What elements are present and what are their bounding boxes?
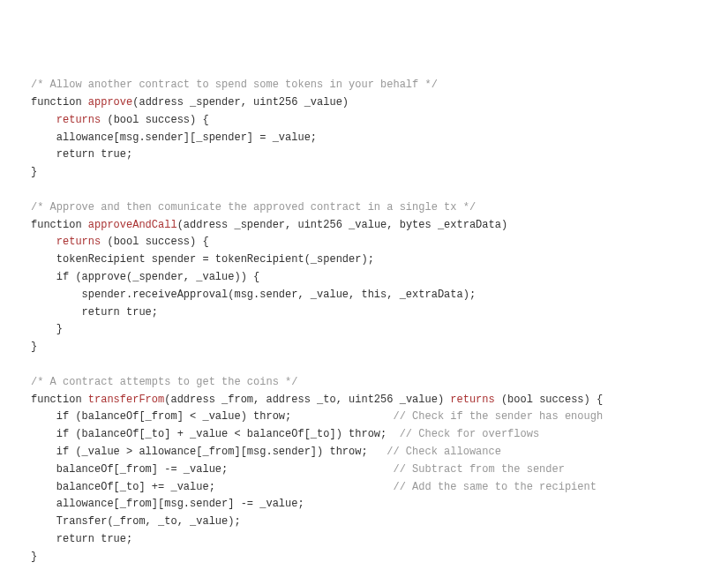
code-line: function transferFrom(address _from, add… bbox=[31, 394, 603, 406]
code-line: allowance[_from][msg.sender] -= _value; bbox=[31, 498, 304, 510]
returns-keyword: returns bbox=[56, 236, 101, 248]
returns-keyword: returns bbox=[56, 114, 101, 126]
function-name: transferFrom bbox=[88, 394, 164, 406]
code-line: function approveAndCall(address _spender… bbox=[31, 219, 507, 231]
code-line: if (approve(_spender, _value)) { bbox=[31, 271, 259, 283]
inline-comment: // Check if the sender has enough bbox=[393, 410, 603, 423]
inline-comment: // Subtract from the sender bbox=[393, 463, 564, 476]
function-name: approveAndCall bbox=[88, 219, 177, 231]
code-line: if (balanceOf[_to] + _value < balanceOf[… bbox=[31, 428, 539, 440]
code-comment: /* Allow another contract to spend some … bbox=[31, 79, 438, 91]
code-comment: /* Approve and then comunicate the appro… bbox=[31, 201, 476, 214]
code-line: Transfer(_from, _to, _value); bbox=[31, 515, 241, 528]
code-line: balanceOf[_from] -= _value; // Subtract … bbox=[31, 463, 565, 476]
inline-comment: // Check for overflows bbox=[400, 428, 539, 440]
code-line: if (balanceOf[_from] < _value) throw; //… bbox=[31, 410, 603, 423]
code-block: /* Allow another contract to spend some … bbox=[31, 77, 728, 585]
code-line: function approve(address _spender, uint2… bbox=[31, 96, 349, 109]
code-line: balanceOf[_to] += _value; // Add the sam… bbox=[31, 481, 597, 493]
code-line: } bbox=[31, 323, 63, 335]
returns-keyword: returns bbox=[450, 394, 494, 406]
code-line: if (_value > allowance[_from][msg.sender… bbox=[31, 446, 501, 458]
function-name: approve bbox=[88, 96, 132, 109]
code-line: spender.receiveApproval(msg.sender, _val… bbox=[31, 289, 476, 301]
inline-comment: // Check allowance bbox=[387, 446, 501, 458]
code-line: return true; bbox=[31, 306, 158, 319]
code-line: returns (bool success) { bbox=[31, 114, 209, 126]
code-line: returns (bool success) { bbox=[31, 236, 209, 248]
code-line: } bbox=[31, 166, 37, 178]
inline-comment: // Add the same to the recipient bbox=[393, 481, 596, 493]
code-comment: /* A contract attempts to get the coins … bbox=[31, 376, 297, 388]
code-line: } bbox=[31, 551, 37, 563]
code-line: allowance[msg.sender][_spender] = _value… bbox=[31, 131, 317, 144]
code-line: tokenRecipient spender = tokenRecipient(… bbox=[31, 253, 374, 266]
code-line: return true; bbox=[31, 148, 132, 161]
code-line: } bbox=[31, 341, 37, 353]
code-line: return true; bbox=[31, 533, 132, 545]
